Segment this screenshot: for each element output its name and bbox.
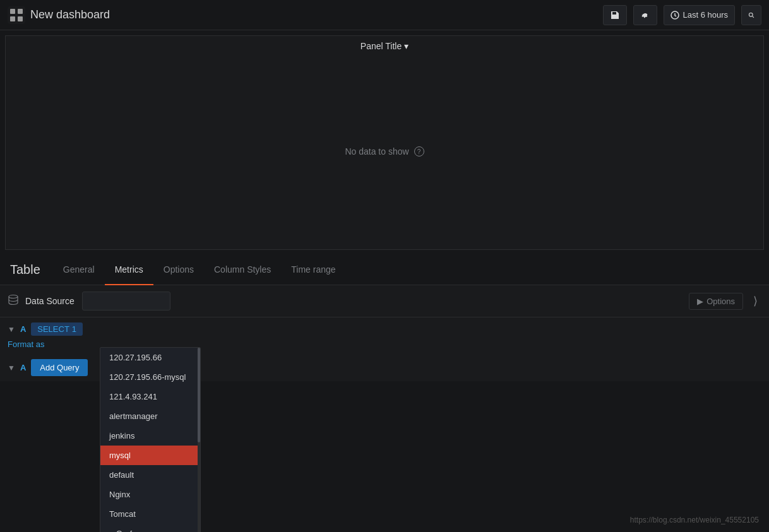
dropdown-item-ip3[interactable]: 121.4.93.241 bbox=[100, 387, 200, 406]
options-arrow-icon: ▶ bbox=[697, 297, 703, 306]
dropdown-item-default[interactable]: default bbox=[100, 465, 200, 485]
watermark-text: https://blog.csdn.net/weixin_45552105 bbox=[630, 516, 759, 524]
dropdown-scrollbar-thumb bbox=[198, 348, 200, 442]
tab-column-styles[interactable]: Column Styles bbox=[204, 255, 281, 285]
no-data-text: No data to show bbox=[345, 146, 408, 157]
time-range-button[interactable]: Last 6 hours bbox=[664, 5, 735, 25]
clock-icon bbox=[671, 11, 679, 20]
dropdown-item-grafana[interactable]: – Grafana – bbox=[100, 524, 200, 532]
add-query-button[interactable]: Add Query bbox=[31, 359, 88, 376]
svg-rect-3 bbox=[10, 16, 15, 21]
panel-title[interactable]: Panel Title ▾ bbox=[361, 41, 408, 51]
panel-preview: Panel Title ▾ No data to show ? bbox=[5, 35, 764, 250]
search-icon bbox=[748, 11, 754, 20]
options-button[interactable]: ▶ Options bbox=[689, 293, 743, 310]
options-label: Options bbox=[706, 297, 735, 306]
add-query-label: A bbox=[20, 363, 26, 372]
dropdown-item-mysql[interactable]: mysql bbox=[100, 446, 200, 465]
database-icon bbox=[8, 294, 19, 308]
gear-icon bbox=[640, 10, 650, 20]
dropdown-item-ip1[interactable]: 120.27.195.66 bbox=[100, 348, 200, 367]
dropdown-item-jenkins[interactable]: jenkins bbox=[100, 426, 200, 446]
dropdown-item-ip2[interactable]: 120.27.195.66-mysql bbox=[100, 367, 200, 387]
select-text: SELECT bbox=[37, 324, 69, 334]
query-label: A bbox=[20, 324, 26, 334]
dropdown-item-nginx[interactable]: Nginx bbox=[100, 485, 200, 504]
panel-title-text: Panel Title bbox=[361, 41, 402, 51]
tab-general[interactable]: General bbox=[53, 255, 105, 285]
collapse-arrow-icon[interactable]: ▼ bbox=[8, 325, 15, 334]
query-header: ▼ A SELECT 1 bbox=[8, 322, 761, 336]
dropdown-scrollbar bbox=[198, 348, 200, 532]
topnav: New dashboard Last 6 hours bbox=[0, 0, 769, 30]
svg-rect-0 bbox=[8, 6, 25, 24]
time-range-label: Last 6 hours bbox=[683, 10, 728, 20]
svg-rect-4 bbox=[18, 16, 23, 21]
expand-button[interactable]: ⟩ bbox=[749, 294, 761, 308]
datasource-row: Data Source ▶ Options ⟩ bbox=[0, 285, 769, 317]
datasource-dropdown[interactable]: 120.27.195.66 120.27.195.66-mysql 121.4.… bbox=[100, 347, 201, 532]
select-num: 1 bbox=[72, 324, 76, 334]
format-label: Format as bbox=[8, 340, 45, 349]
datasource-input[interactable] bbox=[82, 292, 170, 310]
tab-header: Table General Metrics Options Column Sty… bbox=[0, 255, 769, 285]
panel-type-label: Table bbox=[10, 263, 40, 277]
save-button[interactable] bbox=[603, 5, 627, 25]
help-icon[interactable]: ? bbox=[414, 146, 424, 157]
settings-button[interactable] bbox=[633, 5, 657, 25]
tab-metrics[interactable]: Metrics bbox=[105, 255, 153, 285]
svg-point-6 bbox=[749, 13, 753, 16]
svg-rect-1 bbox=[10, 9, 15, 14]
svg-point-7 bbox=[9, 295, 18, 299]
dropdown-item-alertmanager[interactable]: alertmanager bbox=[100, 406, 200, 426]
logo-area: New dashboard bbox=[8, 6, 110, 24]
panel-title-bar: Panel Title ▾ bbox=[6, 36, 763, 54]
dropdown-item-tomcat[interactable]: Tomcat bbox=[100, 504, 200, 524]
add-query-collapse-icon[interactable]: ▼ bbox=[8, 364, 15, 372]
datasource-label: Data Source bbox=[25, 296, 76, 306]
panel-body: No data to show ? bbox=[345, 54, 424, 249]
select-badge: SELECT 1 bbox=[31, 322, 83, 336]
panel-title-dropdown-icon: ▾ bbox=[404, 41, 408, 51]
svg-rect-2 bbox=[18, 9, 23, 14]
grafana-logo-icon bbox=[8, 6, 25, 24]
tab-options[interactable]: Options bbox=[153, 255, 204, 285]
save-icon bbox=[610, 10, 620, 20]
search-button[interactable] bbox=[741, 5, 761, 25]
watermark: https://blog.csdn.net/weixin_45552105 bbox=[630, 516, 759, 524]
tab-time-range[interactable]: Time range bbox=[281, 255, 345, 285]
page-title: New dashboard bbox=[30, 8, 110, 21]
